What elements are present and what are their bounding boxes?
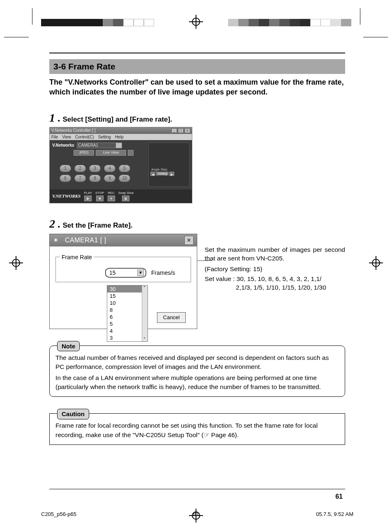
bottom-rule — [49, 489, 345, 489]
page-content: 3-6 Frame Rate The "V.Networks Controlle… — [49, 53, 345, 445]
note-tag: Note — [57, 341, 80, 352]
stop-button[interactable]: ■ — [96, 196, 104, 201]
footer-left: C205_p56-p65 — [41, 511, 76, 517]
registration-mark-right — [370, 257, 382, 269]
step-1-number: 1 — [49, 111, 55, 124]
frame-rate-legend: Frame Rate — [60, 254, 94, 260]
menu-file[interactable]: File — [51, 135, 58, 139]
preset-8[interactable]: 8 — [89, 175, 101, 182]
rec-label: REC — [108, 191, 115, 195]
preset-7[interactable]: 7 — [74, 175, 86, 182]
scrollbar[interactable] — [142, 286, 148, 341]
minimize-icon[interactable]: _ — [171, 128, 177, 133]
angle-prev-icon[interactable]: ◄ — [150, 172, 155, 176]
step-1: 1 . Select [Setting] and [Frame rate]. V… — [49, 111, 345, 203]
page-number: 61 — [335, 493, 343, 500]
screenshot-frame-rate-dialog: ✶ CAMERA1 [ ] × Frame Rate 15 ▼ Fram — [49, 234, 197, 329]
screenshot-controller: V.Networks Controller [ ] _ □ × File Vie… — [49, 127, 192, 203]
crop-marks — [0, 8, 392, 25]
menu-setting[interactable]: Setting — [98, 135, 111, 139]
close-icon[interactable]: × — [184, 236, 194, 245]
note-p2: In the case of a LAN environment where m… — [55, 373, 339, 392]
cancel-button[interactable]: Cancel — [157, 312, 186, 323]
preset-10[interactable]: 10 — [119, 175, 130, 182]
caution-tag: Caution — [57, 409, 89, 419]
camera-icon: ✶ — [53, 236, 60, 243]
step-1-dot: . — [58, 112, 60, 124]
chevron-down-icon[interactable] — [116, 143, 122, 148]
desc-p3b: 2,1/3, 1/5, 1/10, 1/15, 1/20, 1/30 — [205, 283, 345, 292]
menu-help[interactable]: Help — [115, 135, 124, 139]
snap-button[interactable]: ◉ — [122, 196, 129, 201]
preset-6[interactable]: 6 — [60, 175, 71, 182]
frame-rate-value: 15 — [109, 269, 116, 276]
step-2: 2 . Set the [Frame Rate]. ✶ CAMERA1 [ ] … — [49, 217, 345, 329]
frame-rate-select[interactable]: 15 ▼ — [105, 268, 146, 278]
controller-menubar: File View Control(C) Setting Help — [50, 134, 192, 140]
section-header: 3-6 Frame Rate — [49, 59, 345, 74]
camera-select[interactable]: CAMERA1 — [77, 143, 122, 148]
dialog-title: CAMERA1 [ ] — [65, 237, 106, 244]
step-2-number: 2 — [49, 217, 55, 230]
note-p1: The actual number of frames received and… — [55, 353, 339, 372]
dialog-titlebar: ✶ CAMERA1 [ ] × — [50, 234, 197, 246]
desc-p3: Set value : 30, 15, 10, 8, 6, 5, 4, 3, 2… — [205, 274, 345, 283]
footer-center: 61 — [193, 511, 199, 517]
controller-titlebar: V.Networks Controller [ ] _ □ × — [50, 127, 192, 134]
preset-3[interactable]: 3 — [89, 165, 101, 172]
preset-9[interactable]: 9 — [104, 175, 115, 182]
note-box: Note The actual number of frames receive… — [49, 345, 345, 397]
jpeg-button[interactable]: JPEG — [74, 150, 94, 156]
play-button[interactable]: ▶ — [84, 196, 92, 201]
close-icon[interactable]: × — [184, 128, 190, 133]
vnetworks-logo: V.NETWORKS — [52, 193, 81, 198]
liveview-button[interactable]: Live View — [96, 150, 126, 156]
footer-right: 05.7.5, 9:52 AM — [316, 511, 353, 517]
step-2-dot: . — [58, 218, 60, 230]
preset-4[interactable]: 4 — [104, 165, 115, 172]
intro-text: The "V.Networks Controller" can be used … — [49, 77, 345, 97]
callout-connector-line — [197, 260, 212, 261]
chevron-down-icon[interactable]: ▼ — [137, 269, 144, 276]
desc-p2: (Factory Setting: 15) — [205, 265, 345, 274]
menu-control[interactable]: Control(C) — [75, 135, 94, 139]
preset-5[interactable]: 5 — [119, 165, 130, 172]
registration-mark-left — [10, 257, 22, 269]
preset-2[interactable]: 2 — [74, 165, 86, 172]
angle-value: 10deg — [156, 172, 168, 175]
preset-1[interactable]: 1 — [60, 165, 71, 172]
menu-view[interactable]: View — [62, 135, 71, 139]
frame-rate-group: Frame Rate 15 ▼ Frames/s 30 15 10 — [55, 254, 191, 282]
controller-title: V.Networks Controller [ ] — [51, 128, 95, 133]
maximize-icon[interactable]: □ — [178, 128, 184, 133]
extra-button[interactable] — [128, 150, 134, 156]
angle-step-label: Angle Step — [151, 168, 167, 171]
step-2-text: Set the [Frame Rate]. — [63, 221, 133, 230]
ptz-pane: Angle Step ◄ 10deg ► — [148, 143, 189, 187]
desc-p1: Set the maximum number of images per sec… — [205, 245, 345, 263]
vnetworks-label: V.Networks — [52, 143, 74, 147]
angle-next-icon[interactable]: ► — [169, 172, 174, 176]
snap-label: Snap Shot — [118, 191, 134, 195]
frame-rate-description: Set the maximum number of images per sec… — [205, 234, 345, 292]
caution-p1: Frame rate for local recording cannot be… — [55, 421, 339, 440]
frame-rate-dropdown[interactable]: 30 15 10 8 6 5 4 3 — [107, 285, 148, 342]
footer: C205_p56-p65 61 05.7.5, 9:52 AM — [41, 511, 353, 517]
stop-label: STOP — [95, 191, 104, 195]
play-label: PLAY — [84, 191, 92, 195]
frames-per-second-label: Frames/s — [151, 269, 175, 276]
caution-box: Caution Frame rate for local recording c… — [49, 413, 345, 445]
rec-button[interactable]: ● — [108, 196, 115, 201]
step-1-text: Select [Setting] and [Frame rate]. — [63, 115, 172, 124]
